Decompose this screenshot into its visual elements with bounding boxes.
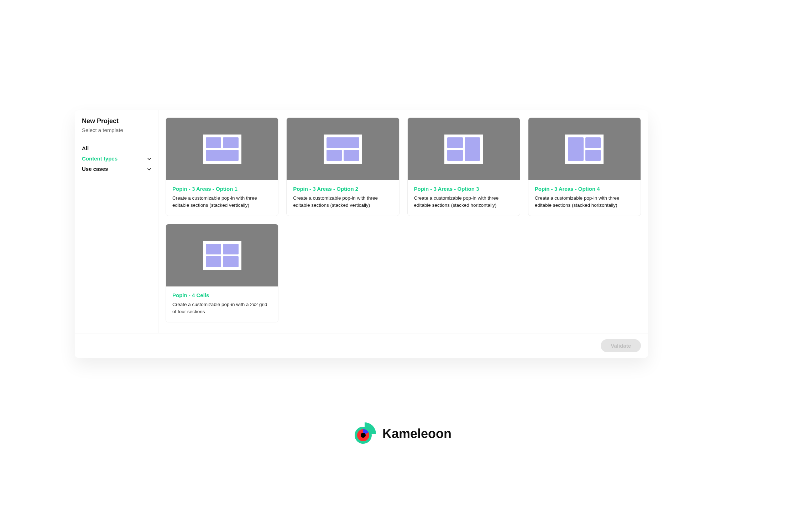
brand-name: Kameleoon xyxy=(382,426,451,441)
template-layout-cell xyxy=(206,137,221,148)
template-layout-cell xyxy=(223,137,239,148)
validate-button[interactable]: Validate xyxy=(601,339,641,352)
filter-use-cases[interactable]: Use cases xyxy=(82,164,152,174)
sidebar-title: New Project xyxy=(82,117,152,125)
chevron-down-icon xyxy=(147,156,152,161)
panel-footer: Validate xyxy=(75,333,648,358)
template-thumbnail xyxy=(528,118,641,180)
template-layout-cell xyxy=(568,137,584,161)
template-layout-cell xyxy=(327,150,342,161)
template-layout-cell xyxy=(447,137,463,148)
template-description: Create a customizable pop-in with three … xyxy=(293,195,392,209)
template-card-body: Popin - 3 Areas - Option 4Create a custo… xyxy=(528,180,641,216)
template-picker-panel: New Project Select a template All Conten… xyxy=(75,110,648,358)
brand: Kameleoon xyxy=(353,422,451,446)
chevron-down-icon xyxy=(147,167,152,172)
template-layout-preview xyxy=(444,135,483,164)
template-card[interactable]: Popin - 3 Areas - Option 1Create a custo… xyxy=(166,117,278,216)
svg-point-2 xyxy=(361,433,366,438)
template-thumbnail xyxy=(166,224,278,286)
filter-label: Content types xyxy=(82,156,118,162)
template-layout-preview xyxy=(565,135,604,164)
template-layout-preview xyxy=(324,135,362,164)
template-layout-cell xyxy=(223,244,239,255)
template-card[interactable]: Popin - 4 CellsCreate a customizable pop… xyxy=(166,224,278,322)
template-title: Popin - 3 Areas - Option 2 xyxy=(293,186,392,192)
sidebar: New Project Select a template All Conten… xyxy=(75,110,158,333)
template-layout-cell xyxy=(327,137,359,148)
template-thumbnail xyxy=(166,118,278,180)
template-layout-cell xyxy=(585,137,601,148)
template-layout-cell xyxy=(223,256,239,267)
filter-label: All xyxy=(82,145,89,151)
filter-label: Use cases xyxy=(82,166,108,172)
template-card[interactable]: Popin - 3 Areas - Option 3Create a custo… xyxy=(407,117,520,216)
template-layout-cell xyxy=(585,150,601,161)
template-layout-cell xyxy=(206,256,221,267)
template-thumbnail xyxy=(408,118,520,180)
template-thumbnail xyxy=(287,118,399,180)
template-layout-cell xyxy=(465,137,480,161)
template-description: Create a customizable pop-in with three … xyxy=(172,195,272,209)
template-layout-preview xyxy=(203,135,241,164)
template-card[interactable]: Popin - 3 Areas - Option 4Create a custo… xyxy=(528,117,641,216)
template-title: Popin - 4 Cells xyxy=(172,292,272,298)
template-grid: Popin - 3 Areas - Option 1Create a custo… xyxy=(158,110,648,333)
template-layout-cell xyxy=(447,150,463,161)
template-title: Popin - 3 Areas - Option 3 xyxy=(414,186,513,192)
template-description: Create a customizable pop-in with three … xyxy=(535,195,634,209)
template-title: Popin - 3 Areas - Option 1 xyxy=(172,186,272,192)
template-layout-cell xyxy=(206,150,239,161)
template-layout-preview xyxy=(203,241,241,270)
template-layout-cell xyxy=(344,150,359,161)
sidebar-subtitle: Select a template xyxy=(82,127,152,133)
filter-all[interactable]: All xyxy=(82,143,152,153)
template-card-body: Popin - 3 Areas - Option 1Create a custo… xyxy=(166,180,278,216)
template-card-body: Popin - 3 Areas - Option 3Create a custo… xyxy=(408,180,520,216)
template-card-body: Popin - 3 Areas - Option 2Create a custo… xyxy=(287,180,399,216)
template-card-body: Popin - 4 CellsCreate a customizable pop… xyxy=(166,286,278,322)
brand-logo-icon xyxy=(353,422,377,446)
template-title: Popin - 3 Areas - Option 4 xyxy=(535,186,634,192)
template-layout-cell xyxy=(206,244,221,255)
template-description: Create a customizable pop-in with a 2x2 … xyxy=(172,301,272,315)
template-card[interactable]: Popin - 3 Areas - Option 2Create a custo… xyxy=(286,117,399,216)
filter-content-types[interactable]: Content types xyxy=(82,153,152,164)
template-description: Create a customizable pop-in with three … xyxy=(414,195,513,209)
